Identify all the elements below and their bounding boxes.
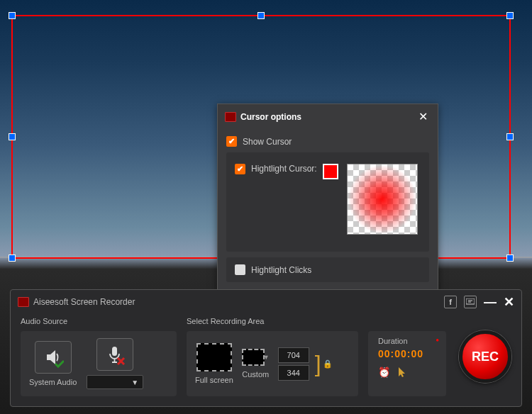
- full-screen-label: Full screen: [195, 376, 233, 384]
- cursor-options-dialog: Cursor options ✕ ✔ Show Cursor ✔ Hightli…: [217, 103, 438, 317]
- resize-handle-e[interactable]: [506, 133, 514, 140]
- microphone-dropdown[interactable]: ▼: [87, 375, 143, 389]
- system-audio-label: System Audio: [29, 378, 77, 386]
- svg-rect-0: [466, 298, 475, 304]
- audio-section-label: Audio Source: [21, 317, 177, 325]
- record-button[interactable]: REC: [459, 330, 511, 383]
- recording-indicator-icon: ●: [436, 337, 439, 343]
- close-app-icon[interactable]: ✕: [504, 294, 514, 310]
- highlight-clicks-checkbox[interactable]: ✔: [235, 264, 245, 275]
- resize-handle-nw[interactable]: [9, 12, 16, 19]
- highlight-clicks-label: Hightlight Clicks: [251, 265, 311, 275]
- dialog-title: Cursor options: [240, 112, 416, 122]
- record-label: REC: [472, 349, 499, 364]
- main-header[interactable]: Aiseesoft Screen Recorder f — ✕: [11, 290, 521, 314]
- height-field[interactable]: 344: [278, 365, 309, 381]
- spacer: [368, 317, 446, 325]
- resize-handle-sw[interactable]: [9, 254, 16, 262]
- custom-area-button[interactable]: [242, 349, 265, 366]
- app-logo-icon: [225, 112, 236, 122]
- duration-label: Duration: [378, 337, 436, 345]
- facebook-icon[interactable]: f: [444, 296, 457, 308]
- app-title: Aiseesoft Screen Recorder: [33, 297, 444, 307]
- close-icon[interactable]: ✕: [416, 110, 431, 123]
- highlight-color-swatch[interactable]: [323, 164, 338, 179]
- resize-handle-ne[interactable]: [506, 12, 514, 19]
- highlight-preview: [347, 164, 418, 235]
- minimize-icon[interactable]: —: [484, 295, 497, 310]
- microphone-button[interactable]: [96, 338, 133, 371]
- custom-dropdown-icon[interactable]: ▼: [263, 354, 270, 361]
- show-cursor-label: Show Cursor: [243, 137, 292, 147]
- bracket-icon: ]: [315, 351, 321, 377]
- resize-handle-n[interactable]: [257, 12, 265, 19]
- highlight-cursor-checkbox[interactable]: ✔: [235, 164, 245, 174]
- resize-handle-se[interactable]: [506, 254, 514, 262]
- feedback-icon[interactable]: [464, 296, 477, 308]
- full-screen-button[interactable]: [196, 343, 232, 371]
- show-cursor-checkbox[interactable]: ✔: [226, 136, 237, 147]
- width-field[interactable]: 704: [278, 347, 309, 363]
- svg-rect-1: [112, 347, 117, 356]
- area-section-label: Select Recording Area: [187, 317, 358, 325]
- timer-icon[interactable]: ⏰: [378, 367, 390, 378]
- dialog-header[interactable]: Cursor options ✕: [218, 104, 438, 129]
- duration-time: 00:00:00: [378, 348, 436, 359]
- resize-handle-w[interactable]: [9, 133, 16, 140]
- custom-label: Custom: [242, 370, 269, 379]
- main-toolbar: Aiseesoft Screen Recorder f — ✕ Audio So…: [10, 289, 522, 407]
- app-logo-icon: [18, 297, 29, 307]
- cursor-options-icon[interactable]: [397, 367, 407, 378]
- highlight-cursor-label: Hightlight Cursor:: [251, 164, 317, 174]
- system-audio-button[interactable]: [35, 341, 72, 374]
- aspect-lock-icon[interactable]: 🔒: [323, 359, 333, 369]
